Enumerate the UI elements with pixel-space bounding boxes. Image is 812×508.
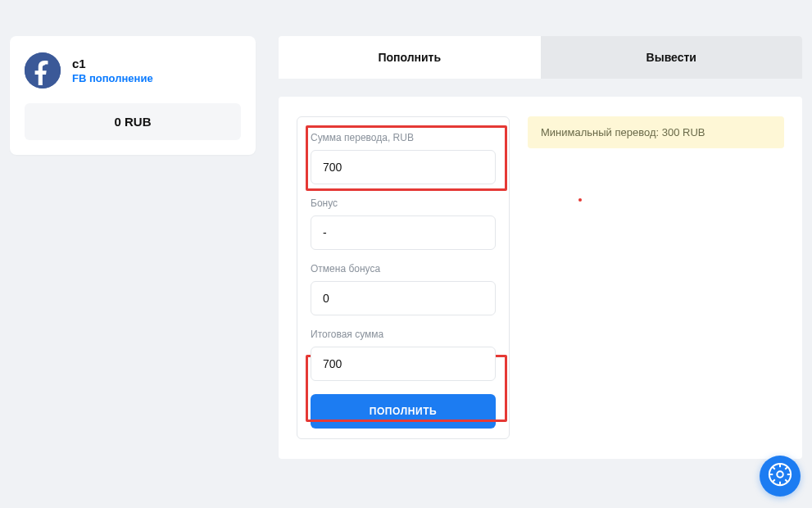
bonus-cancel-input	[311, 281, 496, 315]
submit-button[interactable]: ПОПОЛНИТЬ	[311, 394, 496, 429]
min-transfer-notice: Минимальный перевод: 300 RUB	[528, 116, 784, 148]
total-label: Итоговая сумма	[311, 329, 496, 340]
account-name: c1	[72, 57, 153, 70]
deposit-form: Сумма перевода, RUB Бонус Отмена бонуса …	[297, 116, 510, 439]
bonus-input	[311, 215, 496, 250]
account-card: c1 FB пополнение 0 RUB	[10, 36, 256, 155]
bonus-label: Бонус	[311, 197, 496, 209]
svg-point-2	[777, 471, 783, 478]
amount-label: Сумма перевода, RUB	[311, 132, 496, 143]
bonus-cancel-label: Отмена бонуса	[311, 263, 496, 274]
gear-icon	[768, 462, 792, 490]
tabs: Пополнить Вывести	[279, 36, 802, 79]
account-subtitle: FB пополнение	[72, 72, 153, 84]
tab-withdraw[interactable]: Вывести	[541, 36, 803, 79]
svg-point-0	[25, 52, 61, 88]
tab-deposit[interactable]: Пополнить	[279, 36, 541, 79]
red-dot-indicator	[578, 198, 582, 202]
facebook-icon	[25, 52, 61, 88]
balance-display: 0 RUB	[25, 103, 241, 140]
amount-input[interactable]	[311, 150, 496, 184]
total-input	[311, 347, 496, 381]
settings-fab[interactable]	[760, 456, 801, 497]
content-area: Сумма перевода, RUB Бонус Отмена бонуса …	[279, 97, 802, 459]
